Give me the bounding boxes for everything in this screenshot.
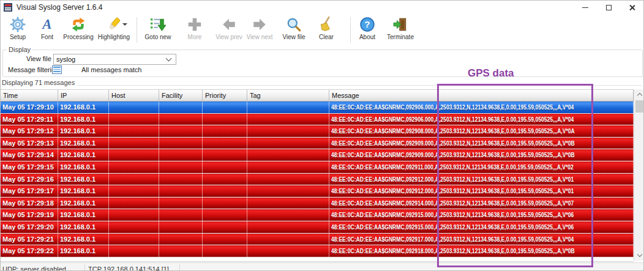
cell-time: May 05 17:29:22 [1, 245, 58, 257]
processing-icon [70, 16, 86, 33]
close-button[interactable] [620, 1, 643, 14]
column-header-tag[interactable]: Tag [247, 90, 329, 101]
clear-label: Clear [319, 34, 334, 40]
table-row[interactable]: May 05 17:29:19192.168.0.148:EE:0C:AD:EE… [1, 209, 634, 221]
column-header-host[interactable]: Host [109, 90, 159, 101]
about-button[interactable]: ? About [354, 16, 380, 44]
column-header-ip[interactable]: IP [58, 90, 109, 101]
minimize-button[interactable] [574, 1, 597, 14]
view-prev-button[interactable]: View prev [214, 16, 244, 44]
status-bar: UDP: server disabled TCP 192.168.0.141:5… [1, 262, 643, 271]
scroll-up-button[interactable] [634, 89, 644, 100]
filter-settings-button[interactable] [52, 65, 63, 74]
cell-tag [247, 174, 329, 185]
title-bar: Visual Syslog Server 1.6.4 [1, 1, 643, 14]
goto-new-button[interactable]: Goto new [141, 16, 175, 44]
cell-tag [247, 198, 329, 209]
cell-time: May 05 17:29:20 [1, 221, 58, 233]
vertical-scrollbar[interactable] [634, 89, 644, 261]
magnifier-icon [286, 16, 302, 33]
udp-status: UDP: server disabled [2, 265, 66, 271]
cell-tag [247, 102, 329, 113]
cell-tag [247, 221, 329, 233]
group-line [68, 85, 642, 86]
cell-time: May 05 17:29:15 [1, 161, 58, 173]
cell-tag [247, 209, 329, 221]
cell-priority [203, 209, 247, 221]
table-row[interactable]: May 05 17:29:13192.168.0.148:EE:0C:AD:EE… [1, 138, 634, 150]
cell-time: May 05 17:29:16 [1, 174, 58, 185]
display-group: Display View file syslog Message filteri… [2, 50, 643, 77]
cell-host [109, 209, 159, 221]
cell-tag [247, 149, 329, 161]
cell-message: 48:EE:0C:AD:EE:AA$GNRMC,092912.000,A,250… [329, 174, 634, 185]
cell-ip: 192.168.0.1 [58, 198, 109, 209]
highlighting-button[interactable]: Highlighting [95, 16, 133, 44]
table-row[interactable]: May 05 17:29:18192.168.0.148:EE:0C:AD:EE… [1, 198, 634, 210]
cell-time: May 05 17:29:17 [1, 185, 58, 197]
table-row[interactable]: May 05 17:29:21192.168.0.148:EE:0C:AD:EE… [1, 234, 634, 246]
statusbar-separator [179, 264, 180, 271]
table-row[interactable]: May 05 17:29:22192.168.0.148:EE:0C:AD:EE… [1, 245, 634, 258]
table-row[interactable]: May 05 17:29:12192.168.0.148:EE:0C:AD:EE… [1, 125, 634, 138]
cell-priority [203, 221, 247, 233]
cell-time: May 05 17:29:10 [1, 102, 58, 113]
table-row[interactable]: May 05 17:29:11192.168.0.148:EE:0C:AD:EE… [1, 114, 634, 126]
maximize-button[interactable] [597, 1, 620, 14]
more-label: More [188, 34, 202, 40]
cell-time: May 05 17:29:13 [1, 138, 58, 149]
cell-ip: 192.168.0.1 [58, 174, 109, 185]
cell-facility [159, 138, 203, 149]
terminate-label: Terminate [387, 34, 414, 40]
more-button[interactable]: More [180, 16, 209, 44]
table-row[interactable]: May 05 17:29:16192.168.0.148:EE:0C:AD:EE… [1, 174, 634, 186]
view-next-button[interactable]: View next [245, 16, 274, 44]
cell-message: 48:EE:0C:AD:EE:AA$GNRMC,092915.000,A,250… [329, 221, 634, 233]
column-header-facility[interactable]: Facility [159, 90, 203, 101]
cell-host [109, 221, 159, 233]
cell-priority [203, 125, 247, 137]
toolbar: Setup A Font Processing [1, 14, 643, 45]
toolbar-separator [137, 17, 137, 43]
cell-message: 48:EE:0C:AD:EE:AA$GNRMC,092911.000,A,250… [329, 161, 634, 173]
cell-priority [203, 198, 247, 209]
cell-message: 48:EE:0C:AD:EE:AA$GNRMC,092912.000,A,250… [329, 185, 634, 197]
svg-text:?: ? [364, 19, 370, 29]
scrollbar-thumb[interactable] [635, 100, 644, 113]
table-row[interactable]: May 05 17:29:15192.168.0.148:EE:0C:AD:EE… [1, 161, 634, 174]
close-icon [629, 4, 635, 11]
cell-facility [159, 114, 203, 125]
font-button[interactable]: A Font [32, 16, 62, 44]
cell-host [109, 102, 159, 113]
column-header-message[interactable]: Message [329, 90, 634, 101]
column-header-time[interactable]: Time [1, 90, 58, 101]
cell-host [109, 114, 159, 125]
view-file-button[interactable]: View file [279, 16, 309, 44]
filter-status-text: All messages match [81, 66, 141, 73]
column-header-priority[interactable]: Priority [203, 90, 247, 101]
view-file-combobox[interactable]: syslog [53, 54, 176, 65]
cell-tag [247, 185, 329, 197]
table-row[interactable]: May 05 17:29:20192.168.0.148:EE:0C:AD:EE… [1, 221, 634, 234]
cell-ip: 192.168.0.1 [58, 185, 109, 197]
setup-button[interactable]: Setup [3, 16, 32, 44]
cell-priority [203, 245, 247, 257]
scroll-down-button[interactable] [634, 250, 644, 261]
cell-tag [247, 114, 329, 125]
processing-button[interactable]: Processing [62, 16, 95, 44]
about-label: About [359, 34, 375, 40]
terminate-button[interactable]: Terminate [384, 16, 417, 44]
cell-facility [159, 161, 203, 173]
clear-button[interactable]: Clear [313, 16, 339, 44]
highlighting-dropdown-icon[interactable] [122, 23, 127, 26]
cell-message: 48:EE:0C:AD:EE:AA$GNRMC,092909.000,A,250… [329, 138, 634, 149]
cell-message: 48:EE:0C:AD:EE:AA$GNRMC,092915.000,A,250… [329, 209, 634, 221]
table-row[interactable]: May 05 17:29:14192.168.0.148:EE:0C:AD:EE… [1, 149, 634, 161]
table-row[interactable]: May 05 17:29:17192.168.0.148:EE:0C:AD:EE… [1, 185, 634, 198]
cell-facility [159, 221, 203, 233]
table-row[interactable]: May 05 17:29:10192.168.0.148:EE:0C:AD:EE… [1, 102, 634, 114]
view-file-value: syslog [56, 56, 167, 63]
arrow-left-icon [221, 16, 237, 33]
syslog-table: TimeIPHostFacilityPriorityTagMessage May… [1, 89, 634, 262]
app-window: Visual Syslog Server 1.6.4 [0, 0, 644, 271]
